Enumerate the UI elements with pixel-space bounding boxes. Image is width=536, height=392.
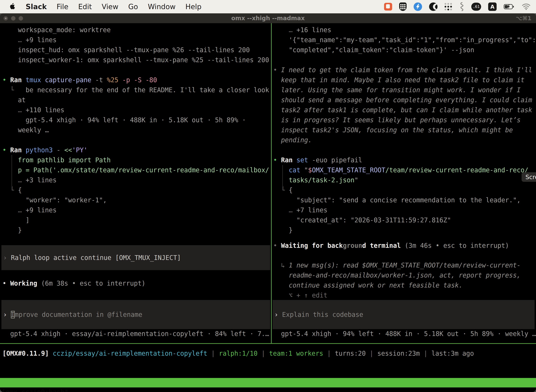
text-segment: +110 lines xyxy=(26,106,64,114)
terminal-line: … +7 lines xyxy=(273,205,528,215)
terminal-line: › Ralph loop active continue [OMX_TMUX_I… xyxy=(1,253,181,263)
text-segment: %25 xyxy=(107,76,122,84)
terminal-line: "completed","claim_token":"claim-token"}… xyxy=(273,45,536,55)
omx-status-bar: [OMX#0.11.9] cczip/essay/ai-reimplementa… xyxy=(2,348,474,359)
left-pane-ran-tmux-block: • Ran tmux capture-pane -t %25 -p -S -80… xyxy=(2,75,269,135)
terminal-line: at xyxy=(2,95,269,105)
terminal-line: from pathlib import Path xyxy=(2,155,269,165)
menu-item-view[interactable]: View xyxy=(102,3,118,11)
text-segment: at xyxy=(2,96,26,104)
terminal-line: • I need to get the claim token from the… xyxy=(273,65,532,75)
text-segment: › xyxy=(3,254,11,261)
right-pane-log-head: … +16 lines '{"team_name":"my-team","tas… xyxy=(273,25,536,55)
left-pane-ran-python-block: • Ran python3 - <<'PY' from pathlib impo… xyxy=(2,145,269,235)
text-segment: weekly … xyxy=(2,126,49,134)
chat-app-icon[interactable] xyxy=(384,3,392,10)
text-segment: p = Path('.omx/state/team/review-current… xyxy=(2,166,269,174)
text-segment: continue assigned work or next feasible … xyxy=(273,281,463,289)
text-segment: … xyxy=(2,36,26,44)
text-segment: | xyxy=(261,350,269,357)
left-pane-log-head: workspace_mode: worktree … +9 lines insp… xyxy=(2,25,269,65)
pane-divider[interactable] xyxy=(271,23,272,343)
text-segment: $ xyxy=(308,166,312,174)
text-segment: | xyxy=(370,350,377,357)
text-segment: OMX_TEAM_STATE_ROOT xyxy=(312,166,385,174)
text-segment: • xyxy=(273,156,281,164)
terminal-line: "worker": "worker-1", xyxy=(2,195,269,205)
text-segment: inspect_worker-1: omx sparkshell --tmux-… xyxy=(2,56,269,64)
text-segment: inspect task2's JSON, focusing on the st… xyxy=(273,126,513,134)
text-segment: team:1 workers xyxy=(269,350,327,357)
text-segment: … xyxy=(273,206,297,214)
text-segment: d terminal xyxy=(362,242,405,249)
left-pane-prompt-input[interactable]: › Improve documentation in @filename xyxy=(1,300,270,329)
wifi-icon[interactable] xyxy=(522,3,531,10)
text-segment: task2 after task1 is complete, but can I… xyxy=(273,106,532,114)
apple-menu-icon[interactable] xyxy=(9,3,16,10)
text-segment: { xyxy=(18,186,22,194)
text-segment: session:23m xyxy=(377,350,424,357)
keyboard-a-icon[interactable]: A xyxy=(488,2,497,11)
terminal-line: └ { xyxy=(273,185,528,195)
text-segment: • xyxy=(2,76,10,84)
terminal-line: cat "$OMX_TEAM_STATE_ROOT/team/review-cu… xyxy=(273,165,528,175)
left-pane-ralph-banner: › Ralph loop active continue [OMX_TMUX_I… xyxy=(1,245,270,270)
text-segment: … xyxy=(2,176,26,184)
text-segment: Working xyxy=(10,280,41,287)
battery-charging-icon[interactable] xyxy=(504,4,515,10)
text-segment: › xyxy=(3,311,11,318)
text-segment: readme-and-reco/mailbox/worker-1.json, a… xyxy=(273,271,521,279)
text-segment: "created_at": "2026-03-31T11:59:27.816Z" xyxy=(273,216,451,224)
terminal-line: weekly … xyxy=(2,125,269,135)
menu-item-help[interactable]: Help xyxy=(185,3,201,11)
terminal-line: } xyxy=(2,225,269,235)
terminal-line: … +3 lines xyxy=(2,175,269,185)
desktop: Slack File Edit View Go Window Help ..61… xyxy=(0,0,536,392)
text-segment: - xyxy=(57,146,64,154)
text-segment: later. Using the same for transition mig… xyxy=(273,86,521,94)
shield-grid-icon[interactable] xyxy=(399,2,407,11)
badge-61-icon[interactable]: ..61 xyxy=(471,3,481,11)
bolt-circle-icon[interactable] xyxy=(414,2,422,11)
terminal-line: gpt-5.4 xhigh · essay/ai-reimplementatio… xyxy=(2,329,269,339)
menu-app-name[interactable]: Slack xyxy=(26,3,47,11)
terminal-line: inspect task2's JSON, focusing on the st… xyxy=(273,125,532,135)
text-segment: (6m 38s • esc to interrupt) xyxy=(41,280,145,287)
tmux-status-bar: [omx-cczip0:bash* "MacBook-Pro-44.local"… xyxy=(0,378,536,387)
window-shortcut-hint: ⌥⌘1 xyxy=(516,13,531,23)
text-segment: -80 xyxy=(145,76,157,84)
terminal-line: continue assigned work or next feasible … xyxy=(273,280,521,290)
text-segment: … xyxy=(273,26,297,34)
text-segment: turns:20 xyxy=(335,350,370,357)
dots-grid-icon[interactable] xyxy=(445,3,452,10)
crescent-circle-icon[interactable] xyxy=(429,2,438,11)
text-segment: Ran xyxy=(10,146,26,154)
menu-item-edit[interactable]: Edit xyxy=(78,3,92,11)
text-segment: last:3m ago xyxy=(431,350,474,357)
squiggle-icon[interactable] xyxy=(459,2,464,11)
text-segment: set xyxy=(297,156,312,164)
terminal-line: tasks/task-2.json" xyxy=(273,175,528,185)
text-segment: mprove documentation in @filename xyxy=(15,311,142,318)
text-segment: << xyxy=(64,146,72,154)
text-segment: Ralph loop active continue [OMX_TMUX_INJ… xyxy=(11,254,181,261)
menu-item-go[interactable]: Go xyxy=(128,3,138,11)
text-segment: pending. xyxy=(273,136,312,144)
text-segment: … xyxy=(2,206,26,214)
text-segment: -t xyxy=(95,76,107,84)
text-segment: +3 lines xyxy=(26,176,57,184)
text-segment: ralph:1/10 xyxy=(219,350,262,357)
text-segment: /team/review-current-readme-and-reco/ xyxy=(385,166,528,174)
terminal-line: workspace_mode: worktree xyxy=(2,25,269,35)
terminal-line: "created_at": "2026-03-31T11:59:27.816Z" xyxy=(273,215,528,225)
menu-item-file[interactable]: File xyxy=(57,3,68,11)
text-segment: } xyxy=(2,226,22,234)
terminal-line: • Working (6m 38s • esc to interrupt) xyxy=(2,278,145,288)
right-pane-prompt-input[interactable]: › Explain this codebase xyxy=(273,300,535,329)
text-segment: keep that in mind. Maybe I also need the… xyxy=(273,76,524,84)
terminal-line: [OMX#0.11.9] cczip/essay/ai-reimplementa… xyxy=(2,348,474,359)
menu-items: Slack File Edit View Go Window Help xyxy=(26,3,201,11)
menu-item-window[interactable]: Window xyxy=(148,3,176,11)
terminal-line: task2 after task1 is complete, but can I… xyxy=(273,105,532,115)
text-segment: › xyxy=(274,311,282,318)
